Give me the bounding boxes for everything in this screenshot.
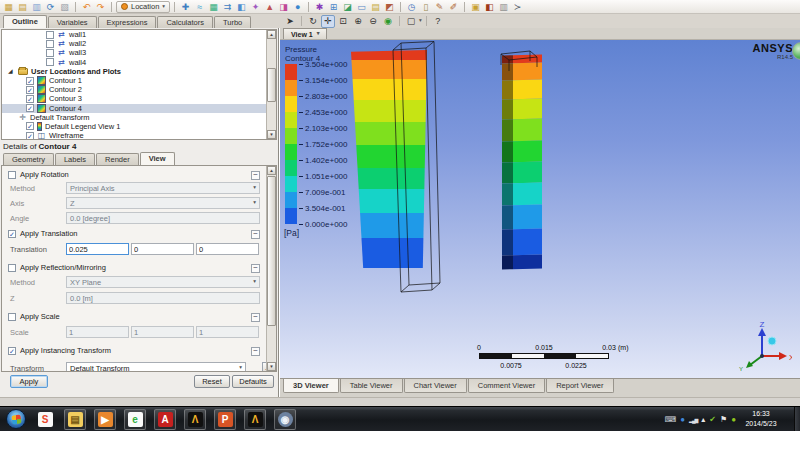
insert-table-icon[interactable]: ⊞ — [327, 1, 340, 13]
show-desktop-button[interactable] — [794, 407, 800, 432]
pan-tool-icon[interactable]: ✛ — [321, 15, 335, 28]
checkbox[interactable] — [46, 49, 54, 57]
view-1-tab[interactable]: View 1 ▾ — [283, 28, 327, 39]
insert-instance-transform-icon[interactable]: ✱ — [313, 1, 326, 13]
tree-item-user-locations-and-plots[interactable]: ◢ User Locations and Plots — [2, 67, 276, 76]
close-view-icon[interactable]: ◧ — [483, 1, 496, 13]
tab-view[interactable]: View — [140, 152, 175, 165]
tree-scrollbar[interactable]: ▲ ▼ — [266, 30, 276, 139]
scrollbar-thumb[interactable] — [267, 176, 276, 326]
3d-viewport[interactable]: Pressure Contour 4 3.504e+000 3.154e+000… — [280, 40, 800, 378]
taskbar-media-player[interactable]: ▶ — [94, 409, 116, 430]
taskbar-sogou-pinyin[interactable]: S — [34, 409, 56, 430]
tab-report-viewer[interactable]: Report Viewer — [546, 379, 613, 393]
translation-y-input[interactable] — [131, 243, 194, 255]
checkbox[interactable] — [46, 31, 54, 39]
checkbox[interactable] — [26, 104, 34, 112]
taskbar-browser[interactable]: e — [124, 409, 146, 430]
insert-isosurface-icon[interactable]: ◧ — [235, 1, 248, 13]
tree-item-default-transform[interactable]: ✛ Default Transform — [2, 113, 276, 122]
action-center-flag-icon[interactable]: ⚑ — [720, 415, 727, 425]
tab-calculators[interactable]: Calculators — [157, 16, 213, 28]
tab-geometry[interactable]: Geometry — [3, 153, 54, 165]
tab-render[interactable]: Render — [96, 153, 139, 165]
reflection-method-select[interactable]: XY Plane ▾ — [66, 276, 260, 288]
tree-item-contour-4[interactable]: Contour 4 — [2, 104, 276, 113]
tree-item-contour-3[interactable]: Contour 3 — [2, 94, 276, 103]
tab-comment-viewer[interactable]: Comment Viewer — [468, 379, 545, 393]
zoom-in-tool-icon[interactable]: ⊕ — [351, 15, 365, 28]
insert-probe-icon[interactable]: ✦ — [249, 1, 262, 13]
hidden-icons-arrow[interactable]: ▴ — [701, 415, 705, 425]
rotation-angle-input[interactable]: 0.0 [degree] — [66, 212, 260, 224]
copy-picture-icon[interactable]: ▥ — [30, 1, 43, 13]
translation-z-input[interactable] — [196, 243, 259, 255]
checkbox[interactable] — [26, 132, 34, 140]
antivirus-icon[interactable]: ● — [731, 415, 736, 425]
taskbar-powerpoint[interactable]: P — [214, 409, 236, 430]
translation-x-input[interactable] — [66, 243, 129, 255]
taskbar-clock[interactable]: 16:33 2014/5/23 — [738, 409, 784, 429]
tab-outline[interactable]: Outline — [3, 15, 47, 28]
tab-table-viewer[interactable]: Table Viewer — [340, 379, 403, 393]
insert-text-icon[interactable]: ▲ — [263, 1, 276, 13]
scroll-down-arrow[interactable]: ▼ — [267, 362, 276, 371]
refresh-icon[interactable]: ⟳ — [44, 1, 57, 13]
tree-item-wireframe[interactable]: ◫ Wireframe — [2, 131, 276, 140]
insert-streamline-icon[interactable]: ≈ — [193, 1, 206, 13]
security-center-icon[interactable]: ✔ — [709, 415, 716, 425]
checkbox[interactable] — [26, 86, 34, 94]
tab-turbo[interactable]: Turbo — [214, 16, 251, 28]
undo-icon[interactable]: ↶ — [80, 1, 93, 13]
zoom-out-tool-icon[interactable]: ⊖ — [366, 15, 380, 28]
rotate-tool-icon[interactable]: ↻ — [306, 15, 320, 28]
apply-reflection-checkbox[interactable] — [8, 264, 16, 272]
tab-variables[interactable]: Variables — [48, 16, 97, 28]
location-button[interactable]: Location ▾ — [116, 1, 170, 13]
taskbar-windows-explorer[interactable]: ▤ — [64, 409, 86, 430]
whats-this-help-icon[interactable]: ? — [431, 15, 445, 28]
print-icon[interactable]: ▧ — [58, 1, 71, 13]
tree-item-contour-2[interactable]: Contour 2 — [2, 85, 276, 94]
apply-rotation-checkbox[interactable] — [8, 171, 16, 179]
insert-contour-icon[interactable]: ▦ — [207, 1, 220, 13]
scroll-up-arrow[interactable]: ▲ — [267, 166, 276, 175]
select-tool-icon[interactable]: ➤ — [283, 15, 297, 28]
viewport-layout-icon[interactable]: ▢ — [404, 15, 418, 28]
insert-coord-frame-icon[interactable]: ◨ — [277, 1, 290, 13]
reflection-z-input[interactable]: 0.0 [m] — [66, 292, 260, 304]
redo-icon[interactable]: ↷ — [94, 1, 107, 13]
rotation-method-select[interactable]: Principal Axis ▾ — [66, 182, 260, 194]
insert-vector-icon[interactable]: ⇉ — [221, 1, 234, 13]
form-scrollbar[interactable]: ▲ ▼ — [266, 166, 276, 371]
taskbar-screen-viewer[interactable]: ◉ — [274, 409, 296, 430]
zoom-box-tool-icon[interactable]: ⊡ — [336, 15, 350, 28]
scroll-up-arrow[interactable]: ▲ — [267, 30, 276, 39]
apply-button[interactable]: Apply — [10, 375, 48, 388]
compare-cases-icon[interactable]: ▥ — [497, 1, 510, 13]
collapse-toggle[interactable]: − — [251, 264, 260, 273]
fit-view-icon[interactable]: ◉ — [381, 15, 395, 28]
tree-item-wall1[interactable]: ⇄ wall1 — [2, 30, 276, 39]
checkbox[interactable] — [26, 122, 34, 130]
apply-translation-checkbox[interactable] — [8, 230, 16, 238]
animation-icon[interactable]: ▯ — [419, 1, 432, 13]
load-results-icon[interactable]: ▦ — [2, 1, 15, 13]
apply-scale-checkbox[interactable] — [8, 313, 16, 321]
checkbox[interactable] — [46, 58, 54, 66]
scale-z-input[interactable] — [196, 326, 259, 338]
tab-expressions[interactable]: Expressions — [98, 16, 157, 28]
checkbox[interactable] — [46, 40, 54, 48]
tree-item-wall2[interactable]: ⇄ wall2 — [2, 39, 276, 48]
network-icon[interactable]: ▂▄▆ — [689, 415, 697, 425]
scale-y-input[interactable] — [131, 326, 194, 338]
tab-labels[interactable]: Labels — [55, 153, 95, 165]
insert-report-icon[interactable]: ◩ — [383, 1, 396, 13]
scroll-down-arrow[interactable]: ▼ — [267, 130, 276, 139]
collapse-toggle[interactable]: − — [251, 171, 260, 180]
taskbar-ansys-1[interactable]: Λ — [184, 409, 206, 430]
quick-editor-icon[interactable]: ✎ — [433, 1, 446, 13]
tab-3d-viewer[interactable]: 3D Viewer — [283, 379, 339, 393]
checkbox[interactable] — [26, 77, 34, 85]
taskbar-ansys-2[interactable]: Λ — [244, 409, 266, 430]
